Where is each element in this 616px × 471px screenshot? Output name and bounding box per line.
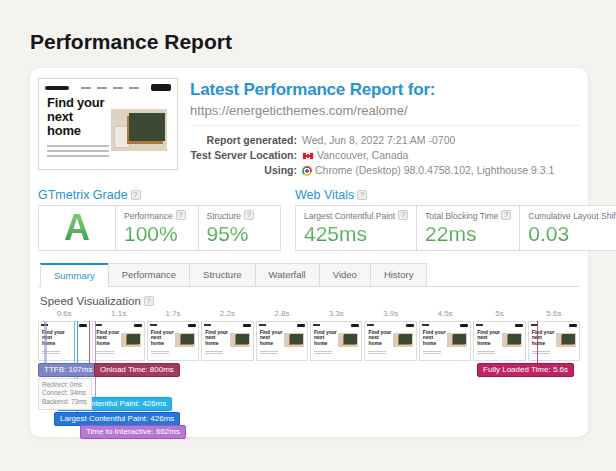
frame-paragraph [423,351,441,356]
site-preview-paragraph [47,145,109,160]
report-header: Find your next home Latest Performance R… [38,78,580,179]
filmstrip-frame[interactable]: Find yournexthome [256,321,308,361]
frame-hero-image [284,333,304,347]
site-preview-heading: Find your next home [47,96,104,138]
frame-paragraph [532,351,550,356]
timeline-tick: 3.9s [364,309,416,319]
filmstrip-frame[interactable]: Find yournexthome [92,321,144,361]
tab-summary[interactable]: Summary [40,263,109,287]
tab-waterfall[interactable]: Waterfall [255,263,320,286]
timeline-tick: 2.2s [201,309,253,319]
help-icon[interactable]: ? [144,296,154,306]
timeline-tick: 2.8s [256,309,308,319]
ttfb-marker-line [44,321,47,363]
frame-paragraph [260,351,278,356]
frame-navbar [204,324,250,327]
frame-heading: Find yournexthome [423,330,446,347]
frame-navbar [476,324,522,327]
frame-heading: Find yournexthome [260,330,283,347]
help-icon[interactable]: ? [176,210,186,220]
frame-paragraph [151,351,169,356]
frame-paragraph [314,351,332,356]
metric-label: Structure? [207,210,273,221]
filmstrip-frame[interactable]: Find yournexthome [473,321,525,361]
site-menu-links [69,87,151,89]
metric-value: 425ms [304,222,408,246]
filmstrip-frame[interactable]: Find yournexthome [364,321,416,361]
time-to-interactive-label[interactable]: Time to Interactive: 662ms [80,425,186,439]
tbt-metric: Total Blocking Time? 22ms [416,206,519,250]
largest-contentful-paint-label[interactable]: Largest Contentful Paint: 426ms [54,412,180,426]
frame-navbar [41,324,87,327]
gtmetrix-grade-panel: GTmetrix Grade? A Performance? 100% Stru… [38,188,281,251]
frame-navbar [150,324,196,327]
site-hero-image [111,109,167,151]
help-icon[interactable]: ? [501,210,511,220]
grade-letter-cell: A [39,206,115,250]
help-icon[interactable]: ? [357,190,367,200]
fully-loaded-time-label[interactable]: Fully Loaded Time: 5.6s [477,363,574,377]
site-logo [45,86,69,90]
filmstrip: Find yournexthome Find yournexthome Find… [38,321,580,361]
timeline-tick: 1.7s [147,309,199,319]
page-title: Performance Report [30,30,232,54]
frame-hero-image [338,333,358,347]
ttfb-label[interactable]: TTFB: 107ms [38,363,98,377]
filmstrip-frame[interactable]: Find yournexthome [528,321,580,361]
frame-heading: Find yournexthome [151,330,174,347]
filmstrip-frame[interactable]: Find yournexthome [147,321,199,361]
metric-label: Cumulative Layout Shift? [528,210,616,221]
ttfb-connect: Connect: 34ms [42,389,88,398]
metric-value: 100% [124,222,190,246]
frame-heading: Find yournexthome [368,330,391,347]
help-icon[interactable]: ? [131,190,141,200]
timeline-tick: 0.6s [38,309,90,319]
frame-paragraph [205,351,223,356]
detail-label: Test Server Location: [190,148,302,163]
frame-paragraph [477,351,495,356]
metric-value: 22ms [425,222,511,246]
frame-heading: Find yournexthome [532,330,555,347]
tab-structure[interactable]: Structure [189,263,256,286]
web-vitals-panel: Web Vitals? Largest Contentful Paint? 42… [295,188,616,251]
cls-metric: Cumulative Layout Shift? 0.03 [519,206,616,250]
help-icon[interactable]: ? [244,210,254,220]
site-preview-navbar [45,84,171,91]
tab-performance[interactable]: Performance [108,263,190,286]
detail-row-using: Using: Chrome (Desktop) 98.0.4758.102, L… [190,163,580,178]
report-url[interactable]: https://energeticthemes.com/realome/ [190,100,580,126]
detail-label: Report generated: [190,133,302,148]
frame-hero-image [447,333,467,347]
ttfb-redirect: Redirect: 0ms [42,381,88,390]
timeline-tick: 4.5s [419,309,471,319]
onload-time-label[interactable]: Onload Time: 800ms [94,363,180,377]
frame-navbar [422,324,468,327]
filmstrip-frame[interactable]: Find yournexthome [201,321,253,361]
lcp-metric: Largest Contentful Paint? 425ms [296,206,416,250]
chrome-icon [302,166,312,176]
timeline-tick: 1.1s [92,309,144,319]
frame-heading: Find yournexthome [205,330,228,347]
gtmetrix-grade-title: GTmetrix Grade? [38,188,281,202]
metric-value: 95% [207,222,273,246]
frame-navbar [95,324,141,327]
frame-hero-image [230,333,250,347]
frame-paragraph [96,351,114,356]
detail-value: Wed, Jun 8, 2022 7:21 AM -0700 [302,133,455,148]
timeline-axis: 0.6s 1.1s 1.7s 2.2s 2.8s 3.3s 3.9s 4.5s … [38,309,580,319]
help-icon[interactable]: ? [398,210,408,220]
tab-video[interactable]: Video [319,263,371,286]
detail-row-server-location: Test Server Location: Vancouver, Canada [190,148,580,163]
frame-navbar [259,324,305,327]
filmstrip-frame[interactable]: Find yournexthome [310,321,362,361]
web-vitals-title: Web Vitals? [295,188,616,202]
metric-value: 0.03 [528,222,616,246]
frame-hero-image [175,333,195,347]
tab-history[interactable]: History [370,263,428,286]
filmstrip-frame[interactable]: Find yournexthome [419,321,471,361]
grade-letter: A [64,210,90,246]
timeline-tick: 3.3s [310,309,362,319]
frame-paragraph [368,351,386,356]
detail-value: Vancouver, Canada [302,148,408,163]
frame-hero-image [556,333,576,347]
